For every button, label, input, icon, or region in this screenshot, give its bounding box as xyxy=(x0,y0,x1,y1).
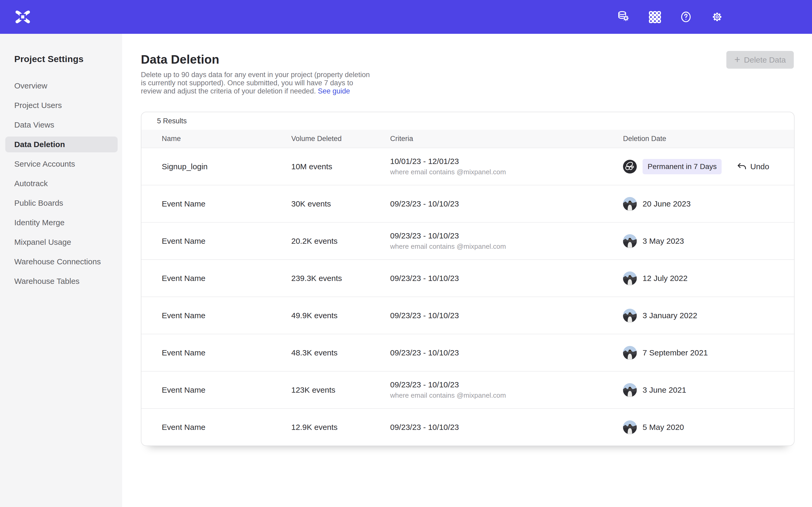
sidebar-item-label: Service Accounts xyxy=(14,160,75,168)
criteria-cell: 10/01/23 - 12/01/23 where email contains… xyxy=(390,157,623,176)
deletion-date-cell: 5 May 2020 xyxy=(623,420,794,434)
mixpanel-logo[interactable] xyxy=(15,9,31,25)
sidebar-item[interactable]: Identity Merge xyxy=(5,215,118,230)
help-icon[interactable] xyxy=(679,10,693,24)
volume-deleted-cell: 10M events xyxy=(291,162,390,171)
sidebar-item-label: Project Users xyxy=(14,101,62,110)
sidebar-item-label: Identity Merge xyxy=(14,218,64,227)
main-content: Data Deletion Delete up to 90 days data … xyxy=(122,34,812,507)
sidebar-item[interactable]: Project Users xyxy=(5,98,118,113)
criteria-cell: 09/23/23 - 10/10/23 xyxy=(390,311,623,320)
column-header-criteria: Criteria xyxy=(390,135,623,143)
table-row: Event Name 12.9K events 09/23/23 - 10/10… xyxy=(141,408,794,446)
volume-deleted-cell: 123K events xyxy=(291,386,390,395)
volume-deleted-cell: 49.9K events xyxy=(291,311,390,320)
table-body: Signup_login 10M events 10/01/23 - 12/01… xyxy=(141,148,794,446)
criteria-cell: 09/23/23 - 10/10/23 xyxy=(390,348,623,357)
volume-deleted-cell: 20.2K events xyxy=(291,237,390,245)
user-avatar xyxy=(623,160,637,173)
sidebar-item-label: Warehouse Tables xyxy=(14,277,80,286)
deletion-date-cell: 7 September 2021 xyxy=(623,346,794,360)
table-row: Event Name 123K events 09/23/23 - 10/10/… xyxy=(141,371,794,408)
deletion-date-cell: 3 May 2023 xyxy=(623,234,794,248)
event-name-cell: Event Name xyxy=(162,311,291,320)
delete-data-button[interactable]: + Delete Data xyxy=(726,51,794,69)
data-management-icon[interactable] xyxy=(616,10,631,24)
apps-grid-icon[interactable] xyxy=(648,10,662,24)
volume-deleted-cell: 48.3K events xyxy=(291,348,390,357)
user-avatar xyxy=(623,272,637,285)
deletion-date-text: 3 May 2023 xyxy=(643,237,684,245)
table-row: Event Name 239.3K events 09/23/23 - 10/1… xyxy=(141,259,794,296)
sidebar-item-label: Overview xyxy=(14,81,47,90)
sidebar-item-label: Autotrack xyxy=(14,179,48,188)
see-guide-link[interactable]: See guide xyxy=(318,87,350,95)
sidebar-item-label: Warehouse Connections xyxy=(14,257,101,266)
volume-deleted-cell: 30K events xyxy=(291,200,390,208)
sidebar-item[interactable]: Data Views xyxy=(5,117,118,133)
deletion-date-text: 12 July 2022 xyxy=(643,274,688,283)
sidebar-item[interactable]: Overview xyxy=(5,78,118,94)
user-avatar xyxy=(623,197,637,211)
sidebar-item[interactable]: Autotrack xyxy=(5,176,118,191)
column-header-name: Name xyxy=(162,135,291,143)
undo-button[interactable]: Undo xyxy=(737,161,769,172)
sidebar-item[interactable]: Service Accounts xyxy=(5,156,118,172)
event-name-cell: Event Name xyxy=(162,348,291,357)
user-avatar xyxy=(623,234,637,248)
criteria-cell: 09/23/23 - 10/10/23 xyxy=(390,200,623,208)
event-name-cell: Event Name xyxy=(162,423,291,432)
event-name-cell: Event Name xyxy=(162,200,291,208)
sidebar-item[interactable]: Mixpanel Usage xyxy=(5,234,118,250)
deletion-date-text: 5 May 2020 xyxy=(643,423,684,432)
criteria-date-range: 09/23/23 - 10/10/23 xyxy=(390,423,623,432)
deletion-date-cell: 12 July 2022 xyxy=(623,272,794,285)
settings-icon[interactable] xyxy=(710,10,724,24)
plus-icon: + xyxy=(734,54,740,64)
criteria-filter: where email contains @mixpanel.com xyxy=(390,168,623,176)
criteria-date-range: 09/23/23 - 10/10/23 xyxy=(390,380,623,389)
table-row: Event Name 49.9K events 09/23/23 - 10/10… xyxy=(141,296,794,334)
page-title: Data Deletion xyxy=(141,52,812,66)
sidebar-item[interactable]: Warehouse Tables xyxy=(5,273,118,289)
sidebar-item-label: Data Deletion xyxy=(14,140,65,149)
page-description: Delete up to 90 days data for any event … xyxy=(141,71,374,95)
deletion-date-text: 7 September 2021 xyxy=(643,348,708,357)
user-avatar xyxy=(623,309,637,323)
criteria-filter: where email contains @mixpanel.com xyxy=(390,391,623,399)
deletion-date-text: 20 June 2023 xyxy=(643,200,691,208)
criteria-cell: 09/23/23 - 10/10/23 xyxy=(390,274,623,283)
criteria-cell: 09/23/23 - 10/10/23 where email contains… xyxy=(390,231,623,250)
deletion-date-text: 3 January 2022 xyxy=(643,311,697,320)
volume-deleted-cell: 239.3K events xyxy=(291,274,390,283)
table-row: Event Name 48.3K events 09/23/23 - 10/10… xyxy=(141,334,794,371)
criteria-date-range: 09/23/23 - 10/10/23 xyxy=(390,274,623,283)
criteria-filter: where email contains @mixpanel.com xyxy=(390,242,623,250)
sidebar: Project Settings Overview Project Users … xyxy=(0,34,122,507)
event-name-cell: Event Name xyxy=(162,237,291,245)
table-row: Event Name 20.2K events 09/23/23 - 10/10… xyxy=(141,222,794,259)
deletion-date-cell: 20 June 2023 xyxy=(623,197,794,211)
event-name-cell: Event Name xyxy=(162,386,291,395)
criteria-date-range: 10/01/23 - 12/01/23 xyxy=(390,157,623,166)
sidebar-title: Project Settings xyxy=(14,54,122,64)
table-header-row: Name Volume Deleted Criteria Deletion Da… xyxy=(141,130,794,148)
criteria-date-range: 09/23/23 - 10/10/23 xyxy=(390,231,623,240)
sidebar-item[interactable]: Warehouse Connections xyxy=(5,254,118,270)
deletion-date-text: 3 June 2021 xyxy=(643,386,686,395)
deletion-date-cell: 3 January 2022 xyxy=(623,309,794,323)
sidebar-item[interactable]: Public Boards xyxy=(5,195,118,211)
top-bar xyxy=(0,0,812,34)
sidebar-item-label: Data Views xyxy=(14,120,54,129)
table-row: Signup_login 10M events 10/01/23 - 12/01… xyxy=(141,148,794,185)
volume-deleted-cell: 12.9K events xyxy=(291,423,390,432)
event-name-cell: Event Name xyxy=(162,274,291,283)
deletion-date-cell: 3 June 2021 xyxy=(623,383,794,397)
results-count: 5 Results xyxy=(141,112,794,130)
column-header-deletion-date: Deletion Date xyxy=(623,135,794,143)
sidebar-item[interactable]: Data Deletion xyxy=(5,136,118,152)
criteria-cell: 09/23/23 - 10/10/23 xyxy=(390,423,623,432)
event-name-cell: Signup_login xyxy=(162,162,291,171)
user-avatar xyxy=(623,383,637,397)
criteria-date-range: 09/23/23 - 10/10/23 xyxy=(390,348,623,357)
